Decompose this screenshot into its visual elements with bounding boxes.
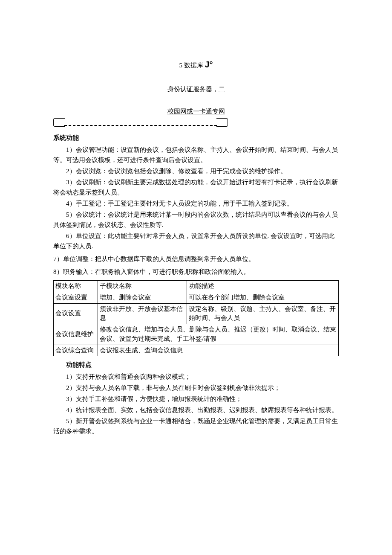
cell-module: 会议综合查询: [54, 345, 98, 356]
cell-desc: 可以在各个部门增加、删除会议室: [187, 292, 339, 303]
th-submodule: 子模块名称: [98, 281, 187, 292]
title-line: 5 数据库 J°: [53, 58, 339, 71]
cell-merged: 修改会议信息、增加与会人员、删除与会人员、推迟（更改）时间、取消会议、结束会议、…: [98, 324, 339, 345]
title-prefix: 5 数据库: [179, 62, 203, 69]
cell-sub: 增加、删除会议室: [98, 292, 187, 303]
cell-merged: 会议报表生成、查询会议信息: [98, 345, 339, 356]
feat-para-5: 5）新开普会议签到系统与企业一卡通相结合，既涵足企业现代化管理的需要，又满足员工…: [53, 416, 339, 436]
feature-heading: 功能特点: [53, 360, 339, 370]
cell-desc: 设定名称、级别、议题、主持人、会议室、备注、开始时间、与会人员: [187, 303, 339, 324]
table-row: 会议设置 预设非开放、开放会议基本信息 设定名称、级别、议题、主持人、会议室、备…: [54, 303, 339, 324]
auth-text: 身份认证服务器，: [167, 86, 219, 93]
sysfunc-para-6: 6）单位设置：此功能主要针对常开会人员，设置常开会人员所设的单位. 会议设置时，…: [53, 231, 339, 251]
sysfunc-para-2: 2）会议浏览：会议浏览包括会议删除、修改查看，用于完成会议的维护操作。: [53, 166, 339, 176]
table-row: 会议室设置 增加、删除会议室 可以在各个部门增加、删除会议室: [54, 292, 339, 303]
module-table: 模块名称 子模块名称 功能描述 会议室设置 增加、删除会议室 可以在各个部门增加…: [53, 280, 339, 356]
cell-module: 会议信息维护: [54, 324, 98, 345]
sysfunc-para-4: 4）手工登记：手工登记主要针对无卡人员设定的功能，用于手工输入签到记录。: [53, 198, 339, 209]
cell-sub: 预设非开放、开放会议基本信息: [98, 303, 187, 324]
cell-module: 会议室设置: [54, 292, 98, 303]
table-header-row: 模块名称 子模块名称 功能描述: [54, 281, 339, 292]
document-page: 5 数据库 J° 身份认证服务器，二 校园网或一卡通专网 系统功能 1）会议管理…: [0, 0, 392, 555]
sysfunc-para-1: 1）会议管理功能：设置新的会议，包括会议名称、主持人、会议开始时间、结束时间、与…: [53, 145, 339, 165]
system-function-heading: 系统功能: [53, 133, 339, 143]
feat-para-4: 4）统计报表全面、实效，包括会议信息报表、出勤报表、迟到报表、缺席报表等各种统计…: [53, 405, 339, 415]
sysfunc-para-7: 7）单位调整：把从中心数据库下载的人员信息调整到常开会人员单位。: [53, 254, 339, 264]
sysfunc-para-3: 3）会议刷新：会议刷新主要完成数据处理的功能，会议开始进行时若有打卡记录，执行会…: [53, 177, 339, 198]
title-link: 5 数据库: [179, 62, 203, 69]
auth-line: 身份认证服务器，二: [53, 84, 339, 94]
table-row: 会议综合查询 会议报表生成、查询会议信息: [54, 345, 339, 356]
bracket-decoration: [53, 118, 339, 128]
feat-para-1: 1）支持开放会议和普通会议两种会议模式；: [53, 372, 339, 382]
cell-module: 会议设置: [54, 303, 98, 324]
sysfunc-para-8: 8）职务输入：在职务输入窗体中，可进行职务,职称和政治面貌输入。: [53, 267, 339, 277]
table-row: 会议信息维护 修改会议信息、增加与会人员、删除与会人员、推迟（更改）时间、取消会…: [54, 324, 339, 345]
network-line: 校园网或一卡通专网: [53, 106, 339, 116]
feat-para-2: 2）支持与会人员名单下载，非与会人员在刷卡时会议签到机会做非法提示；: [53, 383, 339, 393]
th-desc: 功能描述: [187, 281, 339, 292]
sysfunc-para-5: 5）会议统计：会议统计是用来统计某一时段内的会议次数，统计结果内可以查看会议的与…: [53, 209, 339, 230]
feat-para-3: 3）支持手工补签和请假，方便快捷，增加报表统计的准确性；: [53, 394, 339, 404]
title-glyph: J°: [205, 60, 213, 69]
auth-underline: 二: [219, 86, 225, 93]
th-module: 模块名称: [54, 281, 98, 292]
